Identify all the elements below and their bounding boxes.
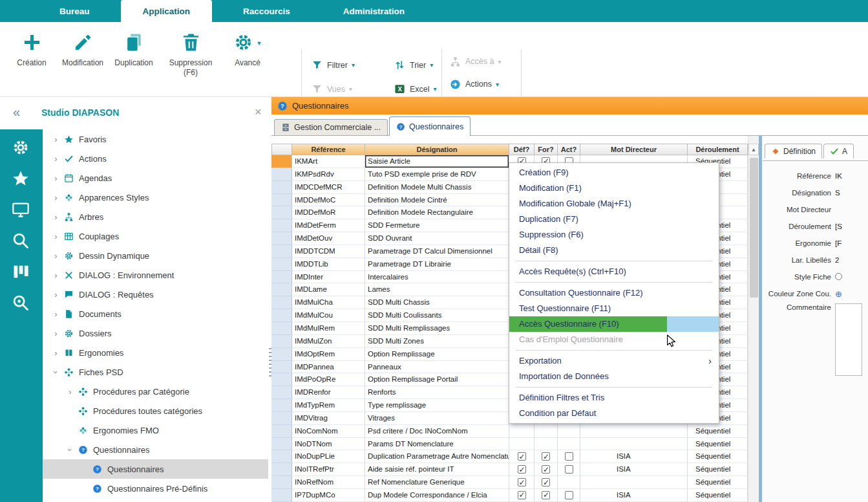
row-selector[interactable] [271, 283, 292, 296]
row-selector[interactable] [271, 463, 292, 476]
tree-item-agendas[interactable]: › Agendas [43, 168, 268, 188]
cell-act[interactable] [558, 438, 580, 451]
checkbox-checked[interactable] [518, 465, 526, 474]
toolbar-filtrer-button[interactable]: Filtrer ▾ [309, 53, 386, 77]
menu-tab-raccourcis[interactable]: Raccourcis [221, 0, 312, 22]
collapse-sidebar-button[interactable]: « [13, 105, 20, 120]
cell-act[interactable] [558, 425, 580, 438]
cell-reference[interactable]: INoDTNom [292, 438, 365, 451]
cell-reference[interactable]: IMdOptRem [292, 348, 365, 361]
cell-for[interactable] [535, 476, 558, 489]
tree-item-couplages[interactable]: › Couplages [43, 226, 268, 246]
menu-tab-bureau[interactable]: Bureau [37, 0, 112, 22]
chevron-icon[interactable]: › [50, 193, 61, 202]
chevron-icon[interactable]: › [50, 270, 61, 280]
cell-reference[interactable]: IMDInter [292, 271, 365, 284]
radio-button[interactable] [835, 273, 842, 280]
checkbox-checked[interactable] [518, 452, 526, 461]
rail-monitor-icon[interactable] [12, 201, 31, 220]
checkbox-checked[interactable] [542, 478, 550, 486]
cell-def[interactable] [509, 489, 535, 502]
panel-splitter[interactable] [759, 136, 762, 502]
cell-def[interactable] [509, 425, 535, 438]
cell-designation[interactable]: Lames [365, 283, 509, 296]
cell-designation[interactable]: Definition Modele Rectangulaire [365, 206, 509, 219]
field-value[interactable] [835, 303, 868, 376]
cell-for[interactable] [535, 438, 558, 451]
tree-item-dialog-environnement[interactable]: › DIALOG : Environnement [43, 265, 268, 285]
cell-reference[interactable]: IMDVitrag [292, 412, 365, 425]
cell-designation[interactable]: Parametrage DT Librairie [365, 258, 509, 271]
detail-tab-definition[interactable]: Définition [765, 144, 822, 158]
scroll-up-button[interactable]: ▲ [748, 144, 759, 155]
toolbar-modification-button[interactable]: Modification [57, 26, 109, 80]
cell-designation[interactable]: Type remplissage [365, 399, 509, 412]
toolbar-duplication-button[interactable]: Duplication [109, 26, 159, 80]
cell-designation[interactable]: SDD Fermeture [365, 219, 509, 232]
field-value[interactable]: [F [835, 239, 868, 247]
cell-deroulement[interactable]: Séquentiel [688, 489, 748, 502]
cell-designation[interactable]: Duplication Parametrage Autre Nomenclatu… [365, 450, 509, 463]
chevron-icon[interactable]: › [50, 348, 61, 358]
checkbox-checked[interactable] [518, 478, 526, 486]
row-selector[interactable] [271, 309, 292, 322]
cell-reference[interactable]: IMDDefMoC [292, 194, 365, 207]
tree-item-dialog-requetes[interactable]: › DIALOG : Requêtes [43, 285, 268, 304]
checkbox-unchecked[interactable] [565, 465, 573, 474]
cell-deroulement[interactable]: Séquentiel [688, 438, 748, 451]
menu-item-test-questionnaire-f11[interactable]: Test Questionnaire (F11) [509, 301, 719, 316]
cell-designation[interactable]: Ref Nomenclature Generique [365, 476, 509, 489]
toolbar-creation-button[interactable]: Création [6, 26, 57, 80]
tree-item-ergonomies[interactable]: › Ergonomies [43, 343, 268, 362]
menu-item-definition-filtres-et-tris[interactable]: Définition Filtres et Tris [509, 390, 719, 406]
cell-designation[interactable]: Tuto PSD exemple prise de RDV [365, 168, 509, 181]
cell-reference[interactable]: IMDLame [292, 283, 365, 296]
cell-act[interactable] [558, 463, 580, 476]
menu-tab-administration[interactable]: Administration [321, 0, 427, 22]
cell-act[interactable] [558, 476, 580, 489]
tree-item-procedures-par-categorie[interactable]: › Procédures par Catégorie [43, 382, 268, 401]
cell-designation[interactable]: Option Remplissage Portail [365, 373, 509, 386]
row-selector[interactable] [271, 373, 292, 386]
menu-item-acces-questionnaire-f10[interactable]: Accès Questionnaire (F10) [509, 316, 719, 332]
field-value[interactable]: 2 [835, 256, 868, 264]
row-selector[interactable] [271, 399, 292, 412]
cell-reference[interactable]: IMdTypRem [292, 399, 365, 412]
cell-reference[interactable]: IMdMulRem [292, 322, 365, 335]
cell-mot-directeur[interactable] [580, 438, 688, 451]
tree-item-dessin-dynamique[interactable]: › Dessin Dynamique [43, 246, 268, 265]
menu-item-condition-par-defaut[interactable]: Condition par Défaut [509, 406, 719, 421]
dropdown-caret-icon[interactable]: ▾ [352, 61, 355, 69]
checkbox-unchecked[interactable] [565, 491, 573, 499]
row-selector[interactable] [271, 412, 292, 425]
rail-columns-icon[interactable] [12, 263, 31, 282]
menu-item-cas-d-emploi-questionnaire[interactable]: Cas d'Emploi Questionnaire [509, 332, 719, 347]
toolbar-suppression-f6-button[interactable]: Suppression (F6) [159, 26, 222, 80]
field-value[interactable]: IK [835, 172, 868, 180]
column-header-reference[interactable]: Référence [292, 144, 365, 155]
cell-act[interactable] [558, 489, 580, 502]
chevron-icon[interactable]: › [50, 309, 61, 319]
chevron-icon[interactable]: › [50, 251, 61, 261]
field-value[interactable]: S [835, 189, 868, 197]
toolbar-actions-button[interactable]: Actions ▾ [447, 77, 504, 91]
comment-textarea[interactable] [835, 303, 862, 376]
cell-deroulement[interactable]: Séquentiel [688, 450, 748, 463]
cell-def[interactable] [509, 438, 535, 451]
cell-designation[interactable]: SDD Multi Remplissages [365, 322, 509, 335]
cell-act[interactable] [558, 450, 580, 463]
tree-item-questionnaires[interactable]: › ? Questionnaires [43, 440, 268, 459]
select-all-corner[interactable] [271, 144, 292, 155]
checkbox-checked[interactable] [518, 491, 526, 499]
chevron-icon[interactable]: › [65, 387, 76, 397]
row-selector[interactable] [271, 168, 292, 181]
cell-designation[interactable]: Aide saisie réf. pointeur IT [365, 463, 509, 476]
checkbox-checked[interactable] [542, 491, 550, 499]
dropdown-caret-icon[interactable]: ▾ [430, 61, 433, 69]
cell-designation[interactable]: Parametrage DT Calcul Dimensionnel [365, 245, 509, 258]
cell-designation[interactable]: SDD Multi Coulissants [365, 309, 509, 322]
tree-item-favoris[interactable]: › Favoris [43, 129, 268, 149]
cell-reference[interactable]: IMdMulCha [292, 296, 365, 309]
row-selector[interactable] [271, 489, 292, 502]
cell-designation[interactable]: Intercalaires [365, 271, 509, 284]
